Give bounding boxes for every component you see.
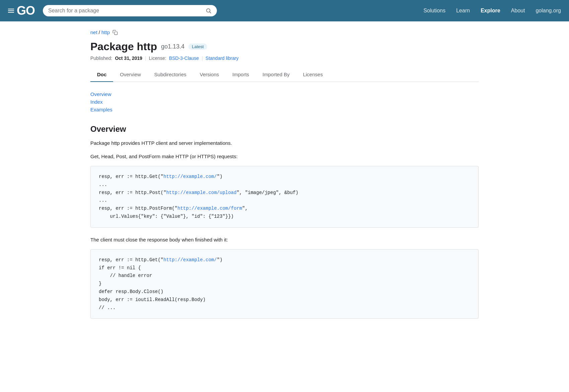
tab-doc[interactable]: Doc xyxy=(90,68,113,82)
breadcrumb-separator: / xyxy=(99,29,100,35)
license-link[interactable]: BSD-3-Clause xyxy=(169,56,199,61)
breadcrumb-current[interactable]: http xyxy=(101,29,110,35)
code-line-2-5: defer resp.Body.Close() xyxy=(99,288,470,296)
doc-nav-examples[interactable]: Examples xyxy=(90,107,479,112)
tab-licenses[interactable]: Licenses xyxy=(296,68,329,82)
code-line-2-2: if err != nil { xyxy=(99,264,470,272)
nav-golang[interactable]: golang.org xyxy=(536,8,561,14)
nav-about[interactable]: About xyxy=(511,8,525,14)
header: GO Solutions Learn Explore About golang.… xyxy=(0,0,569,21)
overview-title: Overview xyxy=(90,124,479,134)
code-line-2-6: body, err := ioutil.ReadAll(resp.Body) xyxy=(99,296,470,304)
published-label: Published: xyxy=(90,56,112,61)
overview-para2: Get, Head, Post, and PostForm make HTTP … xyxy=(90,153,479,161)
code-line-2-4: } xyxy=(99,280,470,288)
meta-separator-1: | xyxy=(145,56,146,61)
code-link-4[interactable]: http://example.com/ xyxy=(163,257,217,263)
search-icon xyxy=(206,8,212,14)
copy-icon[interactable] xyxy=(112,30,118,35)
doc-nav-overview[interactable]: Overview xyxy=(90,91,479,97)
published-date: Oct 31, 2019 xyxy=(115,56,142,61)
package-name: Package http xyxy=(90,40,157,53)
doc-nav-index[interactable]: Index xyxy=(90,99,479,105)
code-line-2-1: resp, err := http.Get("http://example.co… xyxy=(99,256,470,264)
search-input[interactable] xyxy=(48,8,203,14)
overview-section: Overview Package http provides HTTP clie… xyxy=(90,124,479,319)
code-line-1-4: ... xyxy=(99,197,470,205)
meta-separator-2: | xyxy=(201,56,203,61)
nav-solutions[interactable]: Solutions xyxy=(423,8,445,14)
meta-info: Published: Oct 31, 2019 | License: BSD-3… xyxy=(90,56,479,61)
nav-explore[interactable]: Explore xyxy=(481,8,500,14)
stdlib-link[interactable]: Standard library xyxy=(206,56,239,61)
code-block-2: resp, err := http.Get("http://example.co… xyxy=(90,249,479,319)
code-line-1-2: ... xyxy=(99,181,470,189)
code-line-1-5: resp, err := http.PostForm("http://examp… xyxy=(99,205,470,213)
latest-badge: Latest xyxy=(188,43,207,50)
tab-versions[interactable]: Versions xyxy=(193,68,226,82)
code-line-1-3: resp, err := http.Post("http://example.c… xyxy=(99,189,470,197)
code-link-1[interactable]: http://example.com/ xyxy=(163,174,217,179)
hamburger-icon xyxy=(8,9,14,13)
tab-overview[interactable]: Overview xyxy=(113,68,148,82)
code-block-1: resp, err := http.Get("http://example.co… xyxy=(90,166,479,228)
breadcrumb-parent[interactable]: net xyxy=(90,29,97,35)
tab-imports[interactable]: Imports xyxy=(226,68,256,82)
code-line-1-1: resp, err := http.Get("http://example.co… xyxy=(99,173,470,181)
package-version: go1.13.4 xyxy=(161,43,184,50)
doc-nav: Overview Index Examples xyxy=(90,91,479,112)
main-content: net / http Package http go1.13.4 Latest … xyxy=(77,21,492,335)
tab-subdirectories[interactable]: Subdirectories xyxy=(148,68,193,82)
code-line-2-7: // ... xyxy=(99,304,470,312)
code-line-2-3: // handle error xyxy=(99,272,470,280)
package-title: Package http go1.13.4 Latest xyxy=(90,40,479,53)
code-line-1-6: url.Values{"key": {"Value"}, "id": {"123… xyxy=(99,213,470,221)
svg-line-1 xyxy=(210,12,211,13)
code-link-3[interactable]: http://example.com/form xyxy=(177,206,242,211)
overview-para1: Package http provides HTTP client and se… xyxy=(90,139,479,147)
main-nav: Solutions Learn Explore About golang.org xyxy=(423,8,561,14)
breadcrumb: net / http xyxy=(90,29,479,35)
svg-point-0 xyxy=(207,9,210,12)
svg-rect-2 xyxy=(114,32,117,35)
code-link-2[interactable]: http://example.com/upload xyxy=(166,190,237,195)
nav-learn[interactable]: Learn xyxy=(456,8,470,14)
overview-para3: The client must close the response body … xyxy=(90,236,479,244)
logo-area[interactable]: GO xyxy=(8,5,35,17)
tabs: Doc Overview Subdirectories Versions Imp… xyxy=(90,68,479,82)
license-label: License: xyxy=(149,56,166,61)
go-logo: GO xyxy=(17,5,35,17)
tab-imported-by[interactable]: Imported By xyxy=(256,68,296,82)
search-bar[interactable] xyxy=(43,5,217,16)
